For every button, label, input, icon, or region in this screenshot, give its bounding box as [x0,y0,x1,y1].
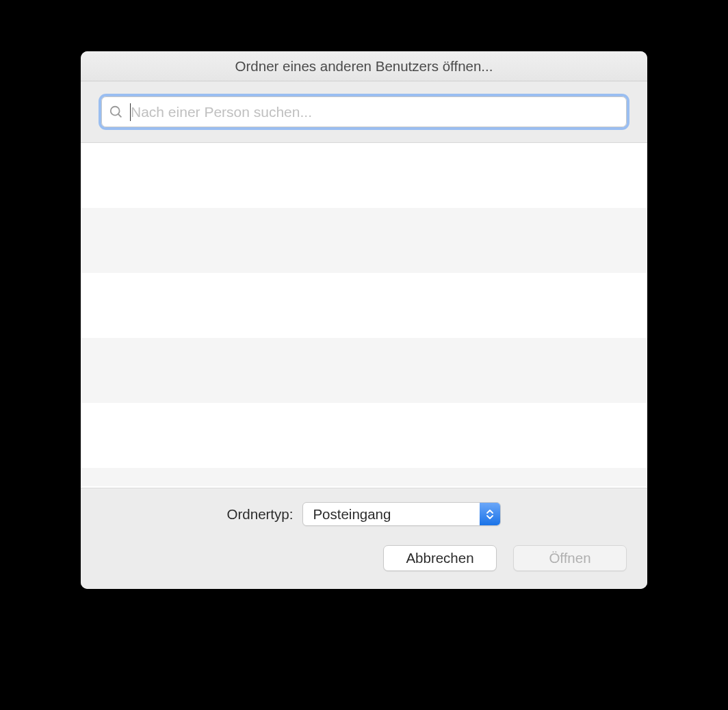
open-user-folder-dialog: Ordner eines anderen Benutzers öffnen...… [81,51,647,589]
list-item[interactable] [81,208,647,273]
folder-type-label: Ordnertyp: [227,506,294,523]
cancel-button[interactable]: Abbrechen [383,545,497,571]
folder-type-row: Ordnertyp: Posteingang [101,502,627,526]
list-item[interactable] [81,468,647,486]
search-area [81,81,647,143]
text-caret [130,103,131,121]
search-wrapper [101,96,627,127]
chevron-up-down-icon [480,503,500,525]
search-input[interactable] [101,96,627,127]
dialog-title: Ordner eines anderen Benutzers öffnen... [235,58,493,75]
dialog-footer: Ordnertyp: Posteingang Abbrechen Öffnen [81,488,647,589]
folder-type-dropdown[interactable]: Posteingang [302,502,501,526]
button-row: Abbrechen Öffnen [101,545,627,571]
list-item[interactable] [81,143,647,208]
list-item[interactable] [81,273,647,338]
search-results-list[interactable] [81,143,647,488]
list-item[interactable] [81,338,647,403]
folder-type-selected: Posteingang [313,506,391,523]
list-item[interactable] [81,403,647,468]
dialog-title-bar: Ordner eines anderen Benutzers öffnen... [81,51,647,81]
open-button[interactable]: Öffnen [513,545,627,571]
